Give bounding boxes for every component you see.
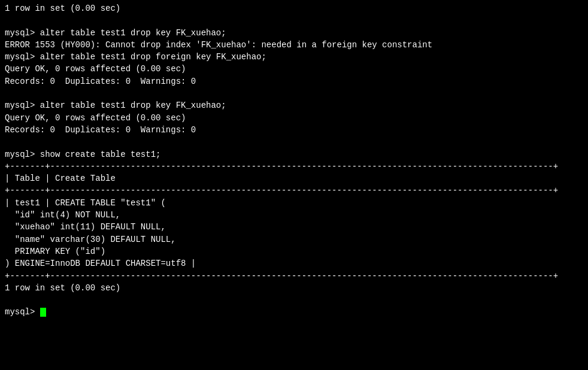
terminal-line xyxy=(5,136,583,148)
terminal-line: PRIMARY KEY ("id") xyxy=(5,245,583,257)
terminal-line xyxy=(5,14,583,26)
terminal-line: mysql> show create table test1; xyxy=(5,148,583,160)
terminal-line: | test1 | CREATE TABLE "test1" ( xyxy=(5,197,583,209)
terminal-line: +-------+-------------------------------… xyxy=(5,160,583,172)
terminal-cursor xyxy=(40,308,46,317)
terminal-line: Records: 0 Duplicates: 0 Warnings: 0 xyxy=(5,124,583,136)
terminal-line: "name" varchar(30) DEFAULT NULL, xyxy=(5,233,583,245)
terminal-line: +-------+-------------------------------… xyxy=(5,184,583,196)
terminal-line: ) ENGINE=InnoDB DEFAULT CHARSET=utf8 | xyxy=(5,257,583,269)
terminal-line: "xuehao" int(11) DEFAULT NULL, xyxy=(5,221,583,233)
terminal-prompt-line: mysql> xyxy=(5,306,583,318)
terminal-line-error: ERROR 1553 (HY000): Cannot drop index 'F… xyxy=(5,39,583,51)
terminal-line xyxy=(5,87,583,99)
terminal-line: Query OK, 0 rows affected (0.00 sec) xyxy=(5,112,583,124)
terminal-line: "id" int(4) NOT NULL, xyxy=(5,209,583,221)
terminal-line: Records: 0 Duplicates: 0 Warnings: 0 xyxy=(5,75,583,87)
terminal-line: mysql> alter table test1 drop key FK_xue… xyxy=(5,27,583,39)
terminal-line: 1 row in set (0.00 sec) xyxy=(5,2,583,14)
terminal-line: Query OK, 0 rows affected (0.00 sec) xyxy=(5,63,583,75)
terminal-line xyxy=(5,294,583,306)
terminal-line: | Table | Create Table | xyxy=(5,172,583,184)
terminal[interactable]: 1 row in set (0.00 sec) mysql> alter tab… xyxy=(0,0,588,370)
terminal-line: mysql> alter table test1 drop foreign ke… xyxy=(5,51,583,63)
terminal-line: 1 row in set (0.00 sec) xyxy=(5,282,583,294)
terminal-line: mysql> alter table test1 drop key FK_xue… xyxy=(5,99,583,111)
terminal-line: +-------+-------------------------------… xyxy=(5,270,583,282)
